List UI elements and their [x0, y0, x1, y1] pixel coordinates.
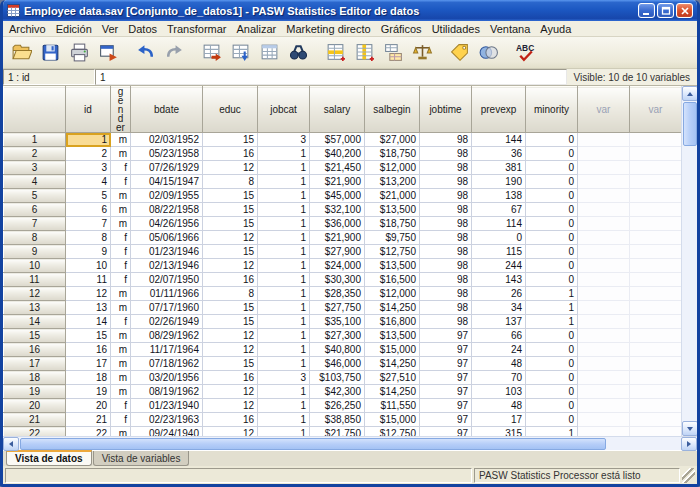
cell-var-row7[interactable] — [578, 217, 630, 231]
cell-educ-row9[interactable]: 15 — [203, 245, 258, 259]
cell-gender-row2[interactable]: m — [111, 147, 131, 161]
cell-var-row2[interactable] — [578, 147, 630, 161]
cell-jobcat-row21[interactable]: 1 — [258, 413, 310, 427]
goto-variable-icon[interactable] — [227, 40, 253, 66]
cell-minority-row1[interactable]: 0 — [526, 133, 578, 147]
cell-jobtime-row10[interactable]: 98 — [420, 259, 472, 273]
cell-gender-row21[interactable]: f — [111, 413, 131, 427]
cell-educ-row19[interactable]: 12 — [203, 385, 258, 399]
cell-bdate-row7[interactable]: 04/26/1956 — [131, 217, 203, 231]
cell-var-row10[interactable] — [578, 259, 630, 273]
cell-educ-row15[interactable]: 12 — [203, 329, 258, 343]
cell-jobcat-row11[interactable]: 1 — [258, 273, 310, 287]
column-header-jobtime[interactable]: jobtime — [420, 87, 472, 133]
cell-id-row14[interactable]: 14 — [66, 315, 111, 329]
cell-var-row5[interactable] — [578, 189, 630, 203]
cell-bdate-row20[interactable]: 01/23/1940 — [131, 399, 203, 413]
cell-salary-row1[interactable]: $57,000 — [310, 133, 365, 147]
cell-var-row15[interactable] — [630, 329, 682, 343]
cell-bdate-row5[interactable]: 02/09/1955 — [131, 189, 203, 203]
cell-var-row5[interactable] — [630, 189, 682, 203]
cell-educ-row16[interactable]: 12 — [203, 343, 258, 357]
cell-jobcat-row20[interactable]: 1 — [258, 399, 310, 413]
cell-minority-row7[interactable]: 0 — [526, 217, 578, 231]
cell-educ-row21[interactable]: 16 — [203, 413, 258, 427]
cell-var-row9[interactable] — [630, 245, 682, 259]
cell-gender-row4[interactable]: f — [111, 175, 131, 189]
cell-bdate-row1[interactable]: 02/03/1952 — [131, 133, 203, 147]
cell-gender-row19[interactable]: m — [111, 385, 131, 399]
cell-gender-row12[interactable]: m — [111, 287, 131, 301]
cell-bdate-row11[interactable]: 02/07/1950 — [131, 273, 203, 287]
cell-salbegin-row21[interactable]: $15,000 — [365, 413, 420, 427]
cell-var-row3[interactable] — [630, 161, 682, 175]
cell-bdate-row8[interactable]: 05/06/1966 — [131, 231, 203, 245]
row-number-13[interactable]: 13 — [4, 301, 66, 315]
cell-prevexp-row3[interactable]: 381 — [472, 161, 526, 175]
cell-salbegin-row14[interactable]: $16,800 — [365, 315, 420, 329]
cell-bdate-row3[interactable]: 07/26/1929 — [131, 161, 203, 175]
cell-salary-row18[interactable]: $103,750 — [310, 371, 365, 385]
resize-grip[interactable] — [682, 468, 695, 483]
cell-educ-row8[interactable]: 12 — [203, 231, 258, 245]
cell-gender-row1[interactable]: m — [111, 133, 131, 147]
cell-jobtime-row4[interactable]: 98 — [420, 175, 472, 189]
cell-salary-row16[interactable]: $40,800 — [310, 343, 365, 357]
cell-id-row12[interactable]: 12 — [66, 287, 111, 301]
cell-salbegin-row3[interactable]: $12,000 — [365, 161, 420, 175]
row-number-4[interactable]: 4 — [4, 175, 66, 189]
cell-minority-row22[interactable]: 1 — [526, 427, 578, 437]
cell-jobtime-row2[interactable]: 98 — [420, 147, 472, 161]
row-number-2[interactable]: 2 — [4, 147, 66, 161]
cell-id-row1[interactable]: 1 — [66, 133, 111, 147]
cell-salbegin-row2[interactable]: $18,750 — [365, 147, 420, 161]
cell-salary-row21[interactable]: $38,850 — [310, 413, 365, 427]
cell-jobtime-row18[interactable]: 97 — [420, 371, 472, 385]
cell-salbegin-row22[interactable]: $12,750 — [365, 427, 420, 437]
cell-var-row7[interactable] — [630, 217, 682, 231]
cell-var-row19[interactable] — [578, 385, 630, 399]
cell-var-row17[interactable] — [630, 357, 682, 371]
cell-var-row22[interactable] — [630, 427, 682, 437]
cell-id-row8[interactable]: 8 — [66, 231, 111, 245]
cell-jobtime-row17[interactable]: 97 — [420, 357, 472, 371]
use-sets-icon[interactable] — [475, 40, 501, 66]
column-header-educ[interactable]: educ — [203, 87, 258, 133]
cell-prevexp-row1[interactable]: 144 — [472, 133, 526, 147]
cell-jobcat-row19[interactable]: 1 — [258, 385, 310, 399]
cell-prevexp-row19[interactable]: 103 — [472, 385, 526, 399]
cell-bdate-row21[interactable]: 02/23/1963 — [131, 413, 203, 427]
cell-var-row6[interactable] — [630, 203, 682, 217]
cell-var-row13[interactable] — [578, 301, 630, 315]
cell-id-row11[interactable]: 11 — [66, 273, 111, 287]
print-icon[interactable] — [66, 40, 92, 66]
cell-minority-row11[interactable]: 0 — [526, 273, 578, 287]
save-icon[interactable] — [37, 40, 63, 66]
row-number-20[interactable]: 20 — [4, 399, 66, 413]
cell-educ-row12[interactable]: 8 — [203, 287, 258, 301]
cell-var-row11[interactable] — [578, 273, 630, 287]
menu-utilidades[interactable]: Utilidades — [427, 22, 485, 36]
cell-jobcat-row3[interactable]: 1 — [258, 161, 310, 175]
menu-archivo[interactable]: Archivo — [4, 22, 51, 36]
cell-jobcat-row14[interactable]: 1 — [258, 315, 310, 329]
cell-prevexp-row10[interactable]: 244 — [472, 259, 526, 273]
cell-var-row15[interactable] — [578, 329, 630, 343]
cell-var-row13[interactable] — [630, 301, 682, 315]
cell-salbegin-row7[interactable]: $18,750 — [365, 217, 420, 231]
cell-prevexp-row15[interactable]: 66 — [472, 329, 526, 343]
cell-minority-row17[interactable]: 0 — [526, 357, 578, 371]
menu-ver[interactable]: Ver — [97, 22, 124, 36]
cell-var-row17[interactable] — [578, 357, 630, 371]
cell-minority-row15[interactable]: 0 — [526, 329, 578, 343]
cell-educ-row2[interactable]: 16 — [203, 147, 258, 161]
redo-icon[interactable] — [161, 40, 187, 66]
spell-check-icon[interactable]: ABC — [512, 40, 538, 66]
cell-educ-row7[interactable]: 15 — [203, 217, 258, 231]
cell-salary-row2[interactable]: $40,200 — [310, 147, 365, 161]
cell-prevexp-row14[interactable]: 137 — [472, 315, 526, 329]
column-header-gender[interactable]: gender — [111, 87, 131, 133]
cell-educ-row22[interactable]: 12 — [203, 427, 258, 437]
cell-salbegin-row19[interactable]: $14,250 — [365, 385, 420, 399]
cell-minority-row14[interactable]: 1 — [526, 315, 578, 329]
